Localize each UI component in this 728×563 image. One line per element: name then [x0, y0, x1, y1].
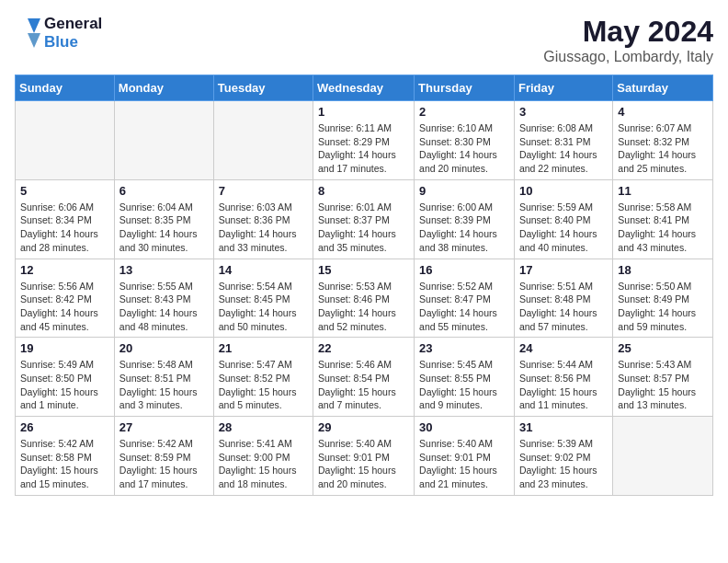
- month-year: May 2024: [543, 15, 713, 49]
- weekday-header-tuesday: Tuesday: [213, 75, 313, 101]
- day-number: 24: [519, 341, 608, 355]
- day-number: 21: [219, 341, 308, 355]
- weekday-header-row: SundayMondayTuesdayWednesdayThursdayFrid…: [16, 75, 713, 101]
- day-number: 19: [20, 341, 109, 355]
- calendar-cell: 26Sunrise: 5:42 AM Sunset: 8:58 PM Dayli…: [16, 417, 115, 496]
- calendar-cell: 8Sunrise: 6:01 AM Sunset: 8:37 PM Daylig…: [313, 179, 415, 259]
- day-number: 18: [618, 263, 708, 277]
- calendar-cell: 13Sunrise: 5:55 AM Sunset: 8:43 PM Dayli…: [114, 259, 213, 338]
- day-number: 23: [419, 341, 509, 355]
- day-info: Sunrise: 5:56 AM Sunset: 8:42 PM Dayligh…: [20, 280, 109, 334]
- day-number: 20: [119, 341, 209, 355]
- day-info: Sunrise: 5:49 AM Sunset: 8:50 PM Dayligh…: [20, 358, 109, 412]
- day-info: Sunrise: 6:01 AM Sunset: 8:37 PM Dayligh…: [318, 201, 409, 255]
- calendar-cell: 2Sunrise: 6:10 AM Sunset: 8:30 PM Daylig…: [415, 101, 515, 180]
- weekday-header-friday: Friday: [514, 75, 612, 101]
- weekday-header-thursday: Thursday: [415, 75, 515, 101]
- day-number: 29: [318, 420, 409, 434]
- calendar-cell: 20Sunrise: 5:48 AM Sunset: 8:51 PM Dayli…: [114, 338, 213, 417]
- calendar-cell: [213, 101, 313, 180]
- day-number: 30: [419, 420, 509, 434]
- day-info: Sunrise: 5:40 AM Sunset: 9:01 PM Dayligh…: [419, 437, 509, 491]
- day-number: 26: [20, 420, 109, 434]
- calendar-cell: 21Sunrise: 5:47 AM Sunset: 8:52 PM Dayli…: [213, 338, 313, 417]
- calendar-cell: 25Sunrise: 5:43 AM Sunset: 8:57 PM Dayli…: [613, 338, 713, 417]
- week-row-3: 12Sunrise: 5:56 AM Sunset: 8:42 PM Dayli…: [16, 259, 713, 338]
- week-row-4: 19Sunrise: 5:49 AM Sunset: 8:50 PM Dayli…: [16, 338, 713, 417]
- day-info: Sunrise: 6:10 AM Sunset: 8:30 PM Dayligh…: [419, 121, 509, 176]
- day-number: 17: [519, 263, 608, 277]
- calendar-cell: [114, 101, 213, 180]
- calendar-cell: 28Sunrise: 5:41 AM Sunset: 9:00 PM Dayli…: [213, 417, 313, 496]
- day-number: 25: [618, 341, 708, 355]
- logo-general: General: [44, 15, 102, 33]
- day-info: Sunrise: 5:55 AM Sunset: 8:43 PM Dayligh…: [119, 280, 209, 334]
- calendar-cell: 15Sunrise: 5:53 AM Sunset: 8:46 PM Dayli…: [313, 259, 415, 338]
- day-number: 3: [519, 105, 608, 119]
- day-info: Sunrise: 6:11 AM Sunset: 8:29 PM Dayligh…: [318, 121, 409, 176]
- day-number: 14: [219, 263, 308, 277]
- calendar-cell: 30Sunrise: 5:40 AM Sunset: 9:01 PM Dayli…: [415, 417, 515, 496]
- day-info: Sunrise: 5:51 AM Sunset: 8:48 PM Dayligh…: [519, 280, 608, 334]
- location: Giussago, Lombardy, Italy: [543, 49, 713, 65]
- day-info: Sunrise: 5:47 AM Sunset: 8:52 PM Dayligh…: [219, 358, 308, 412]
- logo-svg-icon: [15, 15, 40, 52]
- day-number: 2: [419, 105, 509, 119]
- day-info: Sunrise: 5:42 AM Sunset: 8:58 PM Dayligh…: [20, 437, 109, 491]
- weekday-header-wednesday: Wednesday: [313, 75, 415, 101]
- day-number: 10: [519, 184, 608, 198]
- calendar-cell: 4Sunrise: 6:07 AM Sunset: 8:32 PM Daylig…: [613, 101, 713, 180]
- calendar-cell: 22Sunrise: 5:46 AM Sunset: 8:54 PM Dayli…: [313, 338, 415, 417]
- day-info: Sunrise: 5:44 AM Sunset: 8:56 PM Dayligh…: [519, 358, 608, 412]
- svg-marker-0: [28, 18, 40, 33]
- calendar-cell: 24Sunrise: 5:44 AM Sunset: 8:56 PM Dayli…: [514, 338, 612, 417]
- day-number: 13: [119, 263, 209, 277]
- day-info: Sunrise: 5:54 AM Sunset: 8:45 PM Dayligh…: [219, 280, 308, 334]
- day-number: 12: [20, 263, 109, 277]
- calendar-cell: 9Sunrise: 6:00 AM Sunset: 8:39 PM Daylig…: [415, 179, 515, 259]
- day-info: Sunrise: 5:43 AM Sunset: 8:57 PM Dayligh…: [618, 358, 708, 412]
- day-info: Sunrise: 6:07 AM Sunset: 8:32 PM Dayligh…: [618, 121, 708, 176]
- calendar-cell: 29Sunrise: 5:40 AM Sunset: 9:01 PM Dayli…: [313, 417, 415, 496]
- calendar-cell: 14Sunrise: 5:54 AM Sunset: 8:45 PM Dayli…: [213, 259, 313, 338]
- calendar-cell: 27Sunrise: 5:42 AM Sunset: 8:59 PM Dayli…: [114, 417, 213, 496]
- day-info: Sunrise: 5:46 AM Sunset: 8:54 PM Dayligh…: [318, 358, 409, 412]
- calendar-cell: 10Sunrise: 5:59 AM Sunset: 8:40 PM Dayli…: [514, 179, 612, 259]
- day-info: Sunrise: 5:58 AM Sunset: 8:41 PM Dayligh…: [618, 201, 708, 255]
- calendar-cell: 11Sunrise: 5:58 AM Sunset: 8:41 PM Dayli…: [613, 179, 713, 259]
- svg-marker-1: [28, 33, 40, 48]
- day-info: Sunrise: 5:40 AM Sunset: 9:01 PM Dayligh…: [318, 437, 409, 491]
- weekday-header-sunday: Sunday: [16, 75, 115, 101]
- day-number: 16: [419, 263, 509, 277]
- day-info: Sunrise: 5:52 AM Sunset: 8:47 PM Dayligh…: [419, 280, 509, 334]
- day-info: Sunrise: 5:45 AM Sunset: 8:55 PM Dayligh…: [419, 358, 509, 412]
- page-header: General Blue May 2024 Giussago, Lombardy…: [15, 15, 713, 65]
- day-number: 7: [219, 184, 308, 198]
- calendar-cell: [613, 417, 713, 496]
- day-number: 4: [618, 105, 708, 119]
- day-info: Sunrise: 6:04 AM Sunset: 8:35 PM Dayligh…: [119, 201, 209, 255]
- day-number: 6: [119, 184, 209, 198]
- calendar-cell: 31Sunrise: 5:39 AM Sunset: 9:02 PM Dayli…: [514, 417, 612, 496]
- calendar-cell: 3Sunrise: 6:08 AM Sunset: 8:31 PM Daylig…: [514, 101, 612, 180]
- calendar-table: SundayMondayTuesdayWednesdayThursdayFrid…: [15, 75, 713, 496]
- day-number: 22: [318, 341, 409, 355]
- logo: General Blue: [15, 15, 102, 52]
- week-row-5: 26Sunrise: 5:42 AM Sunset: 8:58 PM Dayli…: [16, 417, 713, 496]
- day-info: Sunrise: 5:42 AM Sunset: 8:59 PM Dayligh…: [119, 437, 209, 491]
- logo-blue: Blue: [44, 33, 102, 52]
- calendar-cell: 17Sunrise: 5:51 AM Sunset: 8:48 PM Dayli…: [514, 259, 612, 338]
- day-info: Sunrise: 5:48 AM Sunset: 8:51 PM Dayligh…: [119, 358, 209, 412]
- calendar-cell: 19Sunrise: 5:49 AM Sunset: 8:50 PM Dayli…: [16, 338, 115, 417]
- day-number: 28: [219, 420, 308, 434]
- calendar-cell: 16Sunrise: 5:52 AM Sunset: 8:47 PM Dayli…: [415, 259, 515, 338]
- calendar-cell: 5Sunrise: 6:06 AM Sunset: 8:34 PM Daylig…: [16, 179, 115, 259]
- day-info: Sunrise: 6:00 AM Sunset: 8:39 PM Dayligh…: [419, 201, 509, 255]
- day-info: Sunrise: 5:39 AM Sunset: 9:02 PM Dayligh…: [519, 437, 608, 491]
- day-number: 5: [20, 184, 109, 198]
- week-row-2: 5Sunrise: 6:06 AM Sunset: 8:34 PM Daylig…: [16, 179, 713, 259]
- day-info: Sunrise: 6:06 AM Sunset: 8:34 PM Dayligh…: [20, 201, 109, 255]
- calendar-cell: 6Sunrise: 6:04 AM Sunset: 8:35 PM Daylig…: [114, 179, 213, 259]
- day-info: Sunrise: 5:41 AM Sunset: 9:00 PM Dayligh…: [219, 437, 308, 491]
- weekday-header-monday: Monday: [114, 75, 213, 101]
